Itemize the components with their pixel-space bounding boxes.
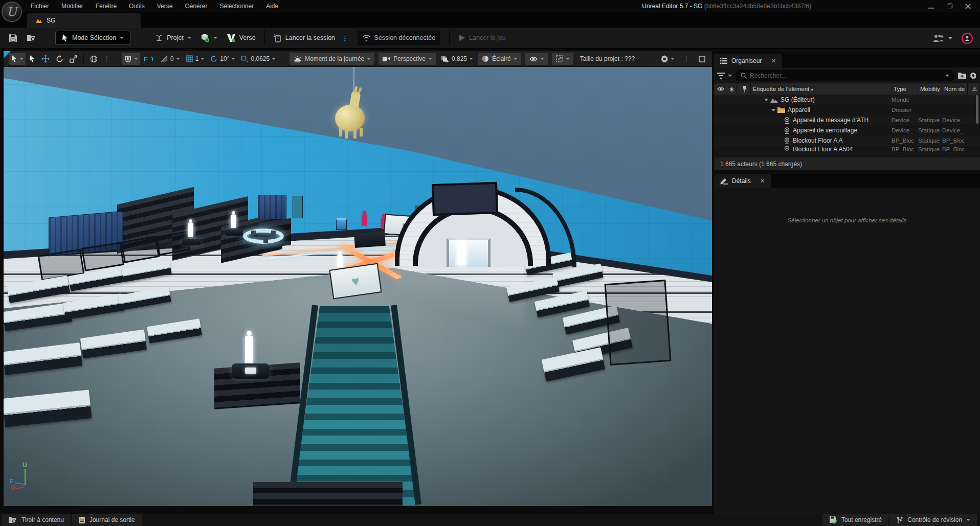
account-avatar[interactable] [962,33,973,44]
menu-fichier[interactable]: Fichier [25,0,55,12]
preview-options-dropdown[interactable] [552,53,573,65]
rotate-tool-button[interactable] [53,53,66,65]
table-row[interactable]: Blockout Floor A A504 BP_Bloc Statique B… [714,146,980,152]
projection-dropdown[interactable]: Perspective [378,53,436,65]
viewport-options-button[interactable]: ⋮ [681,53,692,65]
scene-screen [432,182,498,216]
minimize-button[interactable] [922,0,940,12]
scene-spawn-ring [243,228,284,244]
table-row[interactable]: Blockout Floor A A BP_Bloc Statique BP_B… [714,135,980,146]
close-button[interactable] [959,0,977,12]
add-content-dropdown[interactable] [196,30,222,45]
cursor-icon [29,55,35,62]
menu-outils[interactable]: Outils [123,0,151,12]
tab-details[interactable]: Détails ✕ [714,174,771,188]
scale-tool-button[interactable] [67,53,80,65]
search-icon [741,73,747,79]
grid-icon [186,55,193,62]
add-folder-icon[interactable] [958,72,966,79]
chevron-down-icon [966,519,970,521]
lit-sphere-icon [482,55,489,62]
transform-options-button[interactable]: ⋮ [101,53,113,65]
menu-modifier[interactable]: Modifier [55,0,90,12]
favorite-column-header[interactable]: ∗ [725,83,737,95]
maximize-viewport-button[interactable] [696,53,708,65]
save-button[interactable] [4,30,22,45]
viewport-active-indicator [4,51,11,58]
search-input[interactable] [750,72,942,79]
wifi-off-icon [362,34,371,41]
palm-island-icon [155,34,163,42]
content-drawer-button[interactable]: Tiroir à contenu [2,514,71,526]
gear-icon[interactable] [969,72,977,79]
table-row[interactable]: Appareil Dossier [714,105,980,115]
mode-select-dropdown[interactable]: Mode Sélection [55,31,130,45]
chevron-down-icon[interactable] [728,75,732,77]
grid-snap-dropdown[interactable]: 1 [183,53,207,65]
launch-session-button[interactable]: Lancer la session [269,30,340,45]
view-mode-dropdown[interactable]: Éclairé [478,53,521,65]
menu-fenetre[interactable]: Fenêtre [90,0,123,12]
warning-column-header[interactable]: ⚠ [968,83,980,95]
revision-control-button[interactable]: Contrôle de révision [889,514,977,526]
scrollbar[interactable] [976,95,978,124]
viewport-toolbar: ⋮ F 0 1 10° 0,0625 Moment de la journée … [4,51,712,66]
transform-mode-dropdown[interactable] [9,53,26,65]
launch-game-button[interactable]: Lancer le jeu [454,30,510,45]
verse-button[interactable]: Verse [222,30,260,45]
pin-icon [742,86,747,93]
collaborators-dropdown[interactable] [932,31,952,46]
menu-aide[interactable]: Aide [260,0,284,12]
menu-generer[interactable]: Générer [179,0,213,12]
mobility-column-header[interactable]: Mobility [918,83,942,95]
close-icon[interactable]: ✕ [771,57,776,64]
sun-horizon-icon [294,56,302,62]
chevron-down-icon [176,58,180,60]
filter-icon[interactable] [717,73,725,79]
snap-dropdown[interactable] [122,53,140,65]
time-of-day-dropdown[interactable]: Moment de la journée [289,53,374,65]
project-dropdown[interactable]: Projet [150,30,196,45]
label-column-header[interactable]: Étiquette de l'élément ▴ [751,83,892,95]
table-row[interactable]: Appareil de verrouillage Device_ Statiqu… [714,125,980,135]
maximize-button[interactable] [940,0,959,12]
scale-snap-dropdown[interactable]: 0,0625 [238,53,278,65]
name-column-header[interactable]: Nom de [942,83,968,95]
camera-speed-dropdown[interactable]: 0,825 [438,53,475,65]
chevron-down-icon[interactable] [945,75,949,77]
menu-selectionner[interactable]: Sélectionner [213,0,260,12]
menu-verse[interactable]: Verse [151,0,179,12]
surface-snap-button[interactable]: F [141,53,157,65]
show-flags-dropdown[interactable] [525,53,548,65]
tab-level-sg[interactable]: SG [27,13,141,28]
pin-column-header[interactable] [737,83,751,95]
browse-content-button[interactable] [22,30,41,45]
expand-arrow[interactable] [764,99,768,101]
scene-teal-locker [293,196,303,218]
select-cursor-icon [11,55,17,62]
search-box[interactable] [735,70,955,81]
table-row[interactable]: SG (Éditeur) Monde [714,95,980,105]
type-column-header[interactable]: Type [892,83,918,95]
expand-arrow[interactable] [771,109,775,111]
visibility-column-header[interactable] [714,83,725,95]
rotation-snap-dropdown[interactable]: 10° [208,53,237,65]
output-log-button[interactable]: Journal de sortie [72,514,142,526]
launch-session-options-button[interactable]: ⋮ [340,30,350,45]
location-grid-snap-dropdown[interactable]: 0 [158,53,182,65]
project-size-label: Taille du projet : ??? [580,55,635,62]
saved-status-button[interactable]: Tout enregistré [822,514,888,526]
viewport-settings-dropdown[interactable] [658,53,677,65]
move-tool-button[interactable] [39,53,52,65]
device-icon [784,146,790,152]
axis-gizmo: U F G [10,462,35,492]
scene-statue [245,331,253,367]
viewport-canvas[interactable]: ♥ ♥ U F G [4,67,712,506]
preview-dashed-icon [556,55,563,62]
select-tool-button[interactable] [27,53,38,65]
scale-icon [70,55,77,63]
tab-outliner[interactable]: Organiseur ✕ [714,54,782,67]
world-space-button[interactable] [87,53,100,65]
close-icon[interactable]: ✕ [760,177,765,185]
table-row[interactable]: Appareil de message d'ATH Device_ Statiq… [714,115,980,125]
